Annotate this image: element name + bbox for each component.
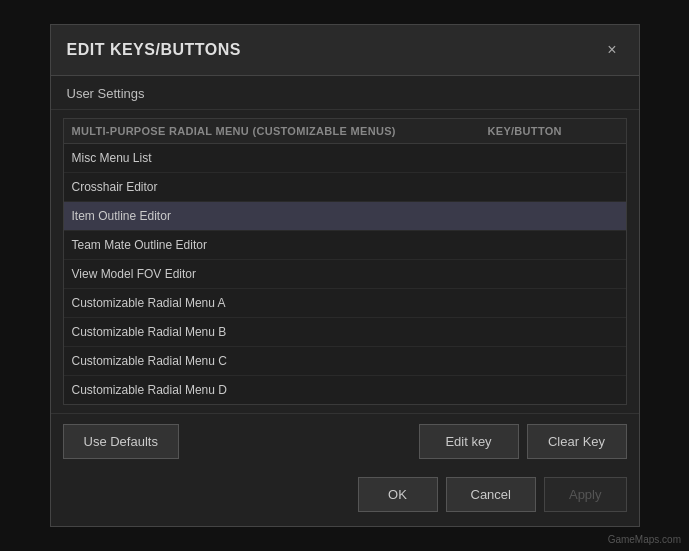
keybind-table: MULTI-PURPOSE RADIAL MENU (CUSTOMIZABLE … [63,118,627,405]
dialog-title: EDIT KEYS/BUTTONS [67,41,241,59]
row-label: Crosshair Editor [72,180,488,194]
table-row[interactable]: Customizable Radial Menu C [64,347,626,376]
row-label: Customizable Radial Menu D [72,383,488,397]
btn-left-group: Use Defaults [63,424,179,459]
table-row[interactable]: Item Outline Editor [64,202,626,231]
watermark: GameMaps.com [608,534,681,545]
clear-key-button[interactable]: Clear Key [527,424,627,459]
table-row[interactable]: Misc Menu List [64,144,626,173]
row-label: Item Outline Editor [72,209,488,223]
row-key [488,180,618,194]
ok-button[interactable]: OK [358,477,438,512]
row-key [488,383,618,397]
section-label: User Settings [51,76,639,110]
row-label: View Model FOV Editor [72,267,488,281]
table-row[interactable]: Customizable Radial Menu B [64,318,626,347]
col-menu-header: MULTI-PURPOSE RADIAL MENU (CUSTOMIZABLE … [72,125,488,137]
row-key [488,238,618,252]
dialog: EDIT KEYS/BUTTONS × User Settings MULTI-… [50,24,640,527]
row-label: Customizable Radial Menu C [72,354,488,368]
table-header: MULTI-PURPOSE RADIAL MENU (CUSTOMIZABLE … [64,119,626,144]
titlebar: EDIT KEYS/BUTTONS × [51,25,639,76]
overlay: EDIT KEYS/BUTTONS × User Settings MULTI-… [0,0,689,551]
row-key [488,209,618,223]
table-row[interactable]: Team Mate Outline Editor [64,231,626,260]
btn-right-group: Edit key Clear Key [419,424,627,459]
footer-buttons: OK Cancel Apply [51,469,639,526]
table-row[interactable]: Crosshair Editor [64,173,626,202]
row-label: Misc Menu List [72,151,488,165]
bottom-buttons: Use Defaults Edit key Clear Key [51,413,639,469]
use-defaults-button[interactable]: Use Defaults [63,424,179,459]
row-label: Customizable Radial Menu A [72,296,488,310]
row-key [488,296,618,310]
apply-button[interactable]: Apply [544,477,627,512]
table-row[interactable]: Customizable Radial Menu A [64,289,626,318]
row-label: Customizable Radial Menu B [72,325,488,339]
table-row[interactable]: Customizable Radial Menu D [64,376,626,404]
table-body[interactable]: Misc Menu ListCrosshair EditorItem Outli… [64,144,626,404]
row-key [488,354,618,368]
row-key [488,267,618,281]
close-button[interactable]: × [601,39,622,61]
col-key-header: KEY/BUTTON [488,125,618,137]
table-row[interactable]: View Model FOV Editor [64,260,626,289]
row-key [488,325,618,339]
edit-key-button[interactable]: Edit key [419,424,519,459]
cancel-button[interactable]: Cancel [446,477,536,512]
row-label: Team Mate Outline Editor [72,238,488,252]
row-key [488,151,618,165]
